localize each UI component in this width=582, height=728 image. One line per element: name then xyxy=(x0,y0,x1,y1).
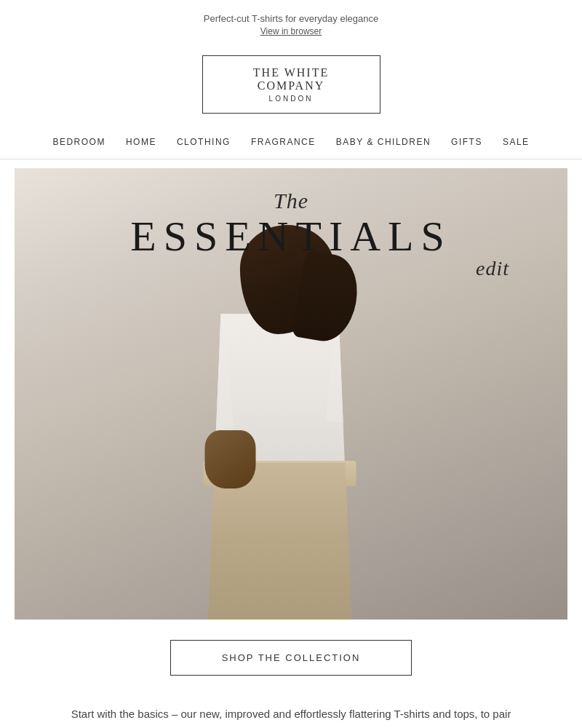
hero-overlay-text: The ESSENTIALS edit xyxy=(15,189,567,280)
nav-clothing[interactable]: CLOTHING xyxy=(177,137,231,147)
hero-text-the: The xyxy=(15,189,567,213)
logo-box[interactable]: THE WHITE COMPANY LONDON xyxy=(202,55,380,114)
shop-collection-button[interactable]: SHOP THE COLLECTION xyxy=(170,640,412,676)
nav-baby-children[interactable]: BABY & CHILDREN xyxy=(336,137,431,147)
nav-sale[interactable]: SALE xyxy=(503,137,530,147)
nav-home[interactable]: HOME xyxy=(126,137,156,147)
hero-text-edit: edit xyxy=(15,257,567,280)
tagline: Perfect-cut T-shirts for everyday elegan… xyxy=(204,13,378,24)
top-bar: Perfect-cut T-shirts for everyday elegan… xyxy=(0,0,582,42)
hero-image: The ESSENTIALS edit xyxy=(15,168,567,620)
model-bag xyxy=(204,430,255,488)
nav-bedroom[interactable]: BEDROOM xyxy=(52,137,105,147)
view-in-browser-link[interactable]: View in browser xyxy=(15,26,567,36)
main-nav: BEDROOM HOME CLOTHING FRAGRANCE BABY & C… xyxy=(0,127,582,159)
cta-container: SHOP THE COLLECTION xyxy=(0,620,582,690)
hero-background: The ESSENTIALS edit xyxy=(15,168,567,620)
body-copy: Start with the basics – our new, improve… xyxy=(0,690,582,728)
nav-fragrance[interactable]: FRAGRANCE xyxy=(251,137,316,147)
logo-main-text: THE WHITE COMPANY xyxy=(232,66,351,92)
logo-sub-text: LONDON xyxy=(232,95,351,103)
logo-container: THE WHITE COMPANY LONDON xyxy=(0,42,582,127)
nav-gifts[interactable]: GIFTS xyxy=(451,137,482,147)
body-copy-text: Start with the basics – our new, improve… xyxy=(65,705,517,728)
hero-text-essentials: ESSENTIALS xyxy=(15,213,567,260)
